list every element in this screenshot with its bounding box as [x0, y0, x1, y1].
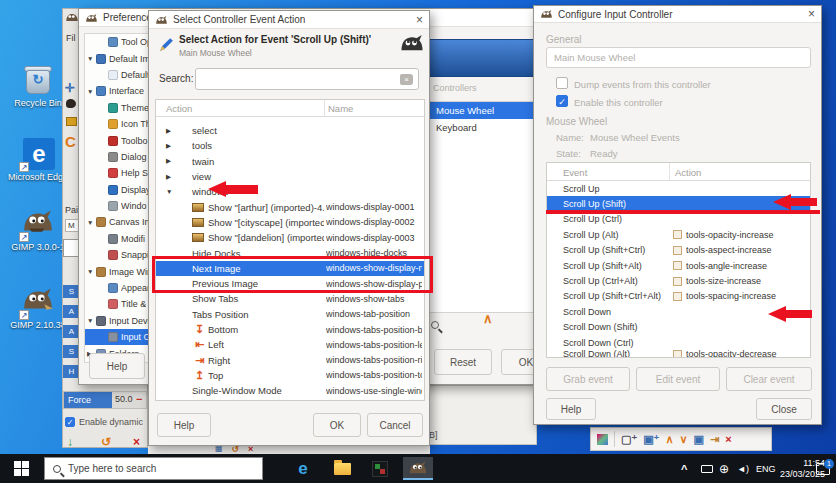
tray-volume-icon[interactable]: ◄) — [737, 454, 749, 483]
tool-icon[interactable] — [66, 117, 77, 126]
tree-expander-icon[interactable]: ▼ — [87, 55, 96, 62]
tool-icon[interactable]: C — [65, 133, 76, 150]
new-group-icon[interactable]: ▣⁺ — [643, 433, 659, 446]
preferences-tree-item[interactable]: ▼ Canvas Int — [85, 214, 149, 230]
tray-network-icon[interactable]: ⊕ — [719, 454, 729, 483]
action-table-row[interactable]: ↧ Bottom windows-tabs-position-bottom — [156, 322, 424, 337]
action-table-row[interactable]: Show "[dandelion] (imported)-6.0" window… — [156, 230, 424, 245]
preferences-tree-item[interactable]: Snappi — [85, 247, 149, 263]
taskbar-gimp-icon[interactable] — [403, 457, 433, 480]
event-table-header[interactable]: Event Action — [547, 163, 810, 181]
tree-expander-icon[interactable]: ▼ — [87, 219, 96, 226]
preferences-tree-item[interactable]: Appear — [85, 280, 149, 296]
start-button[interactable] — [14, 461, 29, 476]
new-layer-icon[interactable]: ▢⁺ — [621, 433, 637, 446]
column-name[interactable]: Name — [328, 103, 353, 114]
save-preset-icon[interactable]: ↓ — [67, 435, 73, 448]
tray-keyboard-icon[interactable] — [701, 454, 713, 483]
action-table-row[interactable]: ▼ windows — [156, 184, 424, 199]
taskbar-edge-icon[interactable]: e — [288, 457, 318, 480]
notification-center-icon[interactable]: 1 — [816, 454, 830, 483]
preferences-tree-item[interactable]: Theme — [85, 100, 149, 116]
tree-expander-icon[interactable]: ▼ — [87, 268, 96, 275]
reset-button[interactable]: Reset — [434, 349, 492, 375]
tray-language[interactable]: ENG — [756, 454, 776, 483]
preferences-tree-item[interactable]: Help S — [85, 165, 149, 181]
search-input[interactable]: × — [195, 68, 419, 90]
configure-controller-icon[interactable] — [431, 315, 439, 333]
enable-dynamics-checkbox[interactable]: ✓ — [65, 417, 75, 427]
taskbar-search[interactable]: Type here to search — [44, 457, 263, 480]
column-action[interactable]: Action — [675, 167, 701, 178]
row-expander-icon[interactable]: ▶ — [166, 173, 180, 181]
clear-event-button[interactable]: Clear event — [726, 367, 812, 391]
preferences-tree-item[interactable]: ▼ Input Devi — [85, 313, 149, 329]
action-table-row[interactable]: ⇤ Left windows-tabs-position-left — [156, 337, 424, 352]
grid-icon[interactable] — [597, 434, 608, 445]
preferences-tree-item[interactable]: ▼ Image Win — [85, 263, 149, 279]
move-tool-icon[interactable]: ✛ — [65, 81, 75, 95]
column-event[interactable]: Event — [563, 167, 587, 178]
controllers-list-item[interactable]: Mouse Wheel — [430, 102, 536, 119]
preferences-tree-item[interactable]: ▼ Default Im — [85, 50, 149, 66]
desktop-icon-gimp3[interactable]: ↗ GIMP 3.0.0-1 — [6, 208, 70, 252]
action-table-row[interactable]: Single-Window Mode windows-use-single-wi… — [156, 383, 424, 398]
configure-controller-titlebar[interactable]: Configure Input Controller × — [534, 6, 821, 23]
desktop-icon-edge[interactable]: e↗ Microsoft Edge — [6, 138, 70, 182]
preferences-tree-item[interactable]: Title & — [85, 296, 149, 312]
column-action[interactable]: Action — [166, 103, 192, 114]
event-action-titlebar[interactable]: Select Controller Event Action × — [149, 11, 429, 29]
action-table-row[interactable]: Tabs Position windows-tab-position — [156, 307, 424, 322]
anchor-layer-icon[interactable]: ⇥ — [710, 433, 719, 446]
row-expander-icon[interactable]: ▶ — [166, 127, 180, 135]
action-table-row[interactable]: ↥ Top windows-tabs-position-top — [156, 368, 424, 383]
taskbar-explorer-icon[interactable] — [327, 457, 357, 480]
event-table-row[interactable]: Scroll Up — [547, 181, 810, 196]
close-button[interactable]: Close — [756, 398, 812, 420]
close-icon[interactable]: × — [416, 14, 423, 26]
file-menu-fragment[interactable]: Fil — [66, 33, 76, 43]
raise-layer-icon[interactable]: ∧ — [665, 433, 673, 446]
edit-event-button[interactable]: Edit event — [636, 367, 720, 391]
action-table-row[interactable]: Show "[arthur] (imported)-4.0" windows-d… — [156, 199, 424, 214]
mode-dropdown[interactable]: M — [65, 219, 79, 232]
event-table-row[interactable]: Scroll Up (Shift+Ctrl+Alt) tools-spacing… — [547, 289, 810, 304]
help-button[interactable]: Help — [546, 398, 596, 420]
preferences-tree-item[interactable]: Toolbo — [85, 132, 149, 148]
grab-event-button[interactable]: Grab event — [546, 367, 630, 391]
controllers-list-item[interactable]: Keyboard — [430, 119, 536, 136]
action-table-row[interactable]: ▶ view — [156, 169, 424, 184]
ok-button[interactable]: OK — [313, 413, 361, 437]
cancel-button[interactable]: Cancel — [367, 413, 423, 437]
preferences-tree-item[interactable]: ▼ Interface — [85, 83, 149, 99]
tray-chevron-icon[interactable]: ^ — [681, 454, 687, 483]
dump-events-checkbox[interactable] — [556, 77, 568, 89]
preferences-tree-item[interactable]: Tool Optio — [85, 34, 149, 50]
row-expander-icon[interactable]: ▶ — [166, 157, 180, 165]
event-table-row[interactable]: Scroll Up (Shift+Alt) tools-angle-increa… — [547, 258, 810, 273]
help-button[interactable]: Help — [157, 413, 211, 437]
action-table-row[interactable]: ⇥ Right windows-tabs-position-right — [156, 352, 424, 367]
delete-layer-icon[interactable]: × — [725, 433, 731, 445]
duplicate-layer-icon[interactable]: ▣ — [694, 433, 704, 446]
preferences-tree-item[interactable]: Windo — [85, 198, 149, 214]
preferences-tree-item[interactable]: Dialog — [85, 149, 149, 165]
action-table-header[interactable]: Action Name — [156, 100, 424, 117]
force-slider[interactable]: Force 50.0 − — [63, 391, 147, 409]
taskbar-app-icon[interactable] — [365, 457, 395, 480]
delete-icon[interactable]: × — [133, 435, 140, 448]
action-table-row[interactable]: ▶ select — [156, 123, 424, 138]
preferences-tree-item[interactable]: Default — [85, 67, 149, 83]
action-table-row[interactable]: ▶ tools — [156, 138, 424, 153]
action-table-row[interactable]: Show Tabs windows-show-tabs — [156, 291, 424, 306]
desktop-icon-recycle-bin[interactable]: ↻ Recycle Bin — [6, 64, 70, 108]
revert-icon[interactable]: ↺ — [101, 435, 111, 448]
move-up-icon[interactable]: ∧ — [483, 311, 493, 326]
close-icon[interactable]: × — [808, 8, 815, 20]
action-table-row[interactable]: Show "[cityscape] (imported)-5.0" window… — [156, 215, 424, 230]
tree-expander-icon[interactable]: ▼ — [87, 88, 96, 95]
action-table-row[interactable]: ▶ twain — [156, 154, 424, 169]
lower-layer-icon[interactable]: ∨ — [679, 433, 687, 446]
row-expander-icon[interactable]: ▶ — [166, 142, 180, 150]
enable-controller-checkbox[interactable]: ✓ — [556, 95, 568, 107]
